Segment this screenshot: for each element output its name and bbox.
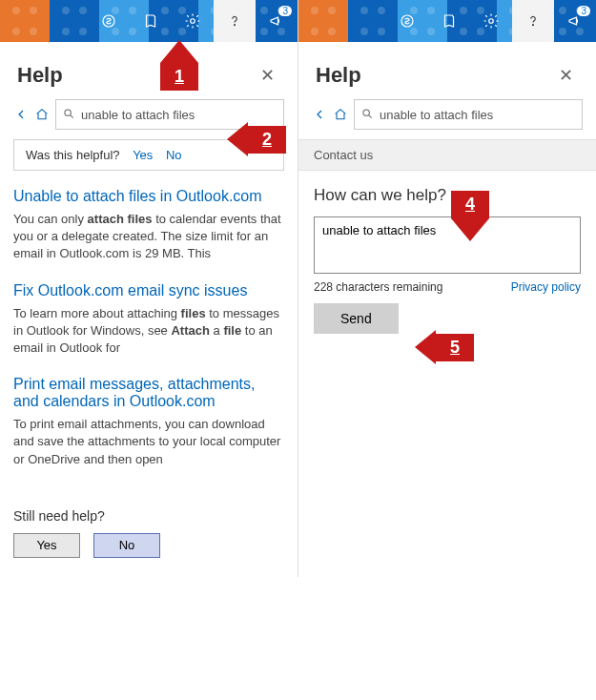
search-input[interactable] [374,108,576,122]
top-bar: 3 [0,0,298,42]
search-result: Unable to attach files in Outlook.com Yo… [13,188,284,263]
back-icon[interactable] [312,107,327,122]
search-icon [360,107,374,123]
top-bar: 3 [298,0,596,42]
notification-badge: 3 [577,6,590,16]
send-button[interactable]: Send [314,303,399,334]
search-result: Fix Outlook.com email sync issues To lea… [13,282,284,358]
svg-point-5 [489,19,494,24]
svg-point-1 [191,19,195,24]
settings-icon[interactable] [470,0,512,42]
helpful-question: Was this helpful? [26,148,120,162]
result-title[interactable]: Fix Outlook.com email sync issues [13,282,284,299]
close-icon[interactable]: ✕ [553,61,579,90]
search-icon [62,107,75,123]
skype-icon[interactable] [386,0,428,42]
megaphone-icon[interactable]: 3 [554,0,596,42]
settings-icon[interactable] [172,0,214,42]
close-icon[interactable]: ✕ [255,61,280,90]
contact-us-header: Contact us [298,139,596,171]
notes-icon[interactable] [130,0,172,42]
skype-icon[interactable] [88,0,130,42]
search-box[interactable] [55,99,284,130]
help-message-input[interactable] [314,216,581,274]
results-list: Unable to attach files in Outlook.com Yo… [0,184,298,501]
helpful-box: Was this helpful? Yes No [13,139,284,171]
still-need-help: Still need help? Yes No [0,501,298,577]
still-yes-button[interactable]: Yes [13,533,80,558]
notes-icon[interactable] [428,0,470,42]
notification-badge: 3 [278,6,292,16]
search-box[interactable] [354,99,583,130]
home-icon[interactable] [333,107,348,122]
panel-title: Help [316,63,553,88]
home-icon[interactable] [34,107,50,122]
svg-point-6 [533,25,534,26]
panel-title: Help [17,63,255,88]
back-icon[interactable] [13,107,29,122]
help-icon[interactable] [214,0,256,42]
search-input[interactable] [75,108,277,122]
result-title[interactable]: Unable to attach files in Outlook.com [13,188,284,205]
svg-point-2 [235,25,236,26]
megaphone-icon[interactable]: 3 [256,0,298,42]
help-icon[interactable] [512,0,554,42]
svg-point-3 [65,109,71,114]
result-snippet: You can only attach files to calendar ev… [13,211,284,263]
help-search-panel: 3 Help ✕ Was this helpful? Yes No Unable… [0,0,298,577]
still-no-button[interactable]: No [93,533,160,558]
help-contact-panel: 3 Help ✕ Contact us How can we help? 228… [298,0,596,577]
helpful-yes[interactable]: Yes [133,148,153,162]
svg-point-7 [363,109,369,114]
how-can-we-help-label: How can we help? [314,186,581,205]
privacy-policy-link[interactable]: Privacy policy [511,280,581,294]
helpful-no[interactable]: No [166,148,182,162]
chars-remaining: 228 characters remaining [314,280,442,294]
result-title[interactable]: Print email messages, attachments, and c… [13,376,284,410]
result-snippet: To learn more about attaching files to m… [13,305,284,358]
search-result: Print email messages, attachments, and c… [13,376,284,468]
result-snippet: To print email attachments, you can down… [13,416,284,468]
still-need-question: Still need help? [13,508,284,524]
